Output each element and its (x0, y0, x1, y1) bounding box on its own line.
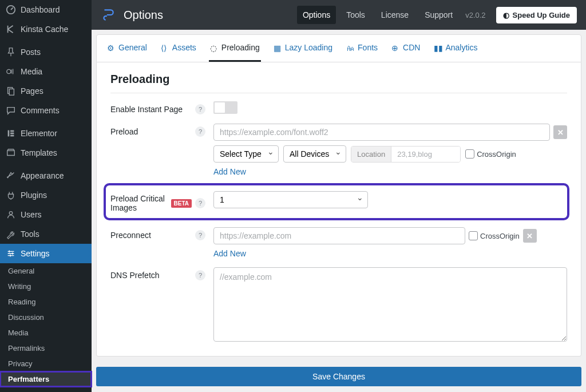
tab-assets[interactable]: ⟨⟩Assets (160, 35, 197, 62)
sidebar-item-comments[interactable]: Comments (0, 101, 92, 120)
sidebar-label: Dashboard (21, 5, 60, 14)
sidebar-label: Comments (21, 106, 60, 115)
row-dns-prefetch: DNS Prefetch? (110, 267, 567, 343)
preconnect-crossorigin-checkbox[interactable] (469, 231, 478, 240)
save-changes-button[interactable]: Save Changes (96, 367, 581, 386)
sidebar-label: Appearance (21, 171, 64, 180)
sidebar-item-settings[interactable]: Settings (0, 244, 92, 263)
sidebar-label: Users (21, 210, 42, 219)
row-preload-critical-images: Preload Critical Images BETA ? 1 (106, 185, 567, 218)
crossorigin-label: CrossOrigin (480, 232, 520, 240)
code-icon: ⟨⟩ (161, 43, 169, 52)
top-link-options[interactable]: Options (297, 6, 336, 24)
location-input[interactable] (391, 146, 460, 162)
help-icon[interactable]: ? (195, 270, 205, 280)
preload-device-select[interactable]: All Devices (283, 145, 346, 163)
remove-preload-button[interactable]: ✕ (553, 125, 567, 139)
kinsta-icon (6, 24, 16, 34)
pin-icon (6, 47, 16, 57)
sidebar-item-pages[interactable]: Pages (0, 81, 92, 101)
preconnect-url-input[interactable] (213, 227, 465, 244)
tab-cdn[interactable]: ⊕CDN (390, 35, 421, 62)
preconnect-label: Preconnect (110, 231, 151, 240)
sidebar-item-tools[interactable]: Tools (0, 224, 92, 244)
settings-icon (6, 248, 16, 259)
appearance-icon (6, 171, 16, 181)
instant-page-toggle[interactable] (213, 101, 237, 114)
top-link-tools[interactable]: Tools (340, 6, 371, 24)
settings-sub-permalinks[interactable]: Permalinks (0, 340, 92, 356)
media-icon (6, 66, 16, 77)
sidebar-item-plugins[interactable]: Plugins (0, 185, 92, 205)
crossorigin-label: CrossOrigin (477, 150, 516, 159)
sidebar-label: Media (21, 67, 42, 76)
sidebar-label: Posts (21, 47, 41, 57)
sidebar-item-elementor[interactable]: Elementor (0, 124, 92, 143)
plugin-topbar: Options Options Tools License Support v2… (92, 0, 586, 30)
row-instant-page: Enable Instant Page? (110, 101, 567, 114)
preconnect-add-new-link[interactable]: Add New (213, 249, 246, 258)
plugins-icon (6, 190, 16, 200)
settings-sub-discussion[interactable]: Discussion (0, 310, 92, 325)
sidebar-item-users[interactable]: Users (0, 205, 92, 224)
svg-rect-6 (10, 133, 14, 134)
sidebar-label: Kinsta Cache (21, 25, 68, 34)
top-link-support[interactable]: Support (419, 6, 458, 24)
options-tabs: ⚙General ⟨⟩Assets ◌Preloading ▦Lazy Load… (96, 34, 581, 62)
sidebar-label: Tools (21, 229, 39, 239)
tab-analytics[interactable]: ▮▮Analytics (433, 35, 478, 62)
settings-sub-privacy[interactable]: Privacy (0, 356, 92, 371)
speed-up-guide-button[interactable]: ◐Speed Up Guide (496, 7, 577, 23)
sidebar-label: Settings (21, 249, 50, 258)
settings-sub-general[interactable]: General (0, 263, 92, 279)
svg-point-8 (9, 212, 12, 215)
dns-prefetch-textarea[interactable] (213, 267, 567, 342)
sidebar-item-kinsta[interactable]: Kinsta Cache (0, 19, 92, 39)
preloading-panel: Preloading Enable Instant Page? Preload?… (96, 62, 581, 357)
svg-point-1 (7, 69, 11, 73)
sidebar-item-posts[interactable]: Posts (0, 42, 92, 62)
image-icon: ▦ (274, 43, 282, 52)
crossorigin-checkbox[interactable] (465, 149, 474, 159)
location-label: Location (351, 146, 391, 162)
help-icon[interactable]: ? (195, 230, 205, 240)
tab-preloading[interactable]: ◌Preloading (209, 35, 261, 62)
sidebar-label: Templates (21, 148, 57, 157)
preload-add-new-link[interactable]: Add New (213, 167, 246, 176)
sidebar-label: Pages (21, 86, 43, 96)
svg-rect-3 (9, 89, 14, 95)
settings-sub-perfmatters[interactable]: Perfmatters (0, 371, 92, 387)
reload-icon: ◌ (210, 43, 218, 52)
help-icon[interactable]: ? (195, 104, 205, 114)
top-link-license[interactable]: License (375, 6, 414, 24)
remove-preconnect-button[interactable]: ✕ (523, 229, 537, 243)
settings-sub-media[interactable]: Media (0, 325, 92, 340)
globe-icon: ⊕ (391, 43, 399, 52)
sidebar-item-media[interactable]: Media (0, 62, 92, 81)
settings-sub-reading[interactable]: Reading (0, 294, 92, 310)
help-icon[interactable]: ? (195, 126, 205, 137)
sidebar-item-appearance[interactable]: Appearance (0, 166, 92, 185)
preload-url-input[interactable] (213, 124, 550, 141)
beta-badge: BETA (171, 199, 192, 208)
sidebar-item-dashboard[interactable]: Dashboard (0, 0, 92, 19)
tab-lazy-loading[interactable]: ▦Lazy Loading (272, 35, 334, 62)
plugin-version: v2.0.2 (465, 11, 485, 19)
help-icon[interactable]: ? (195, 198, 205, 208)
row-preconnect: Preconnect? CrossOrigin ✕ Add New (110, 227, 567, 258)
chart-icon: ▮▮ (434, 43, 442, 52)
settings-sub-writing[interactable]: Writing (0, 279, 92, 294)
sidebar-item-templates[interactable]: Templates (0, 143, 92, 163)
tab-general[interactable]: ⚙General (106, 35, 148, 62)
tab-fonts[interactable]: 🗛Fonts (345, 35, 379, 62)
plugin-title: Options (124, 9, 163, 22)
critical-images-select[interactable]: 1 (213, 191, 368, 208)
preload-type-select[interactable]: Select Type (213, 145, 279, 163)
main-content: Options Options Tools License Support v2… (92, 0, 586, 392)
sidebar-label: Elementor (21, 129, 57, 138)
gauge-icon: ◐ (503, 11, 509, 19)
svg-rect-7 (10, 135, 14, 137)
panel-heading: Preloading (110, 73, 567, 93)
preload-label: Preload (110, 127, 138, 136)
font-icon: 🗛 (346, 43, 354, 52)
